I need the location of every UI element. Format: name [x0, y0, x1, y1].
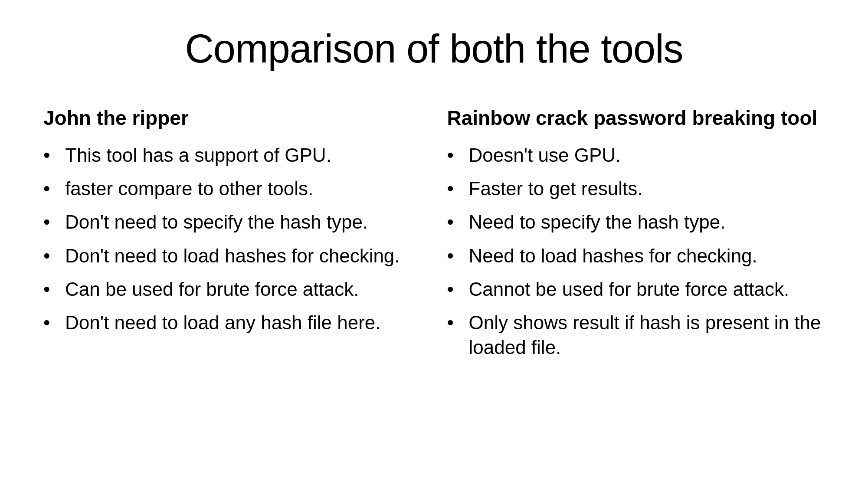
list-item: Need to specify the hash type. [447, 210, 825, 234]
right-bullet-list: Doesn't use GPU. Faster to get results. … [447, 143, 825, 368]
left-column: John the ripper This tool has a support … [43, 106, 421, 462]
list-item: Need to load hashes for checking. [447, 243, 825, 268]
page-title: Comparison of both the tools [43, 26, 825, 72]
list-item: Don't need to load hashes for checking. [43, 243, 421, 268]
list-item: This tool has a support of GPU. [43, 143, 421, 167]
list-item: Don't need to load any hash file here. [43, 310, 421, 335]
list-item: Faster to get results. [447, 176, 825, 201]
list-item: Doesn't use GPU. [447, 143, 825, 167]
list-item: faster compare to other tools. [43, 176, 421, 201]
columns-container: John the ripper This tool has a support … [43, 106, 825, 462]
list-item: Don't need to specify the hash type. [43, 210, 421, 234]
list-item: Only shows result if hash is present in … [447, 310, 825, 360]
right-column-title: Rainbow crack password breaking tool [447, 106, 825, 130]
page-container: Comparison of both the tools John the ri… [0, 0, 868, 488]
right-column: Rainbow crack password breaking tool Doe… [447, 106, 825, 462]
list-item: Cannot be used for brute force attack. [447, 277, 825, 301]
left-column-title: John the ripper [43, 106, 421, 130]
list-item: Can be used for brute force attack. [43, 277, 421, 301]
left-bullet-list: This tool has a support of GPU. faster c… [43, 143, 421, 344]
